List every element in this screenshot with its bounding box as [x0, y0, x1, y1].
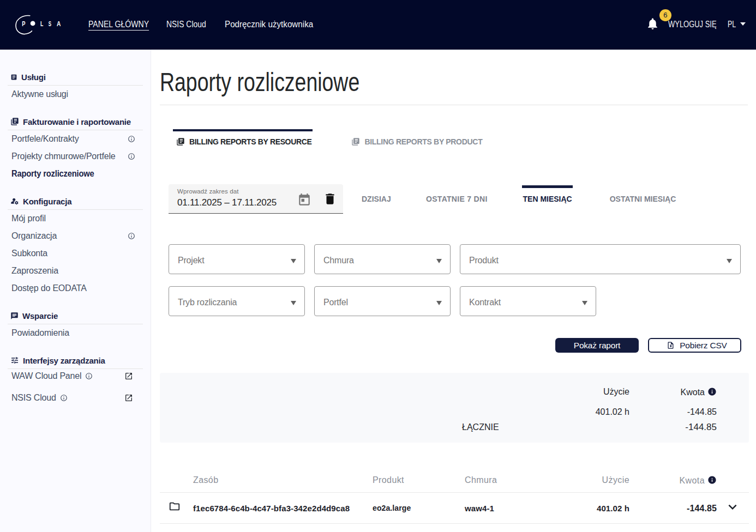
svg-text:P: P: [22, 20, 25, 28]
svg-text:L: L: [40, 20, 43, 28]
svg-text:A: A: [57, 20, 61, 28]
svg-text:S: S: [49, 20, 52, 28]
